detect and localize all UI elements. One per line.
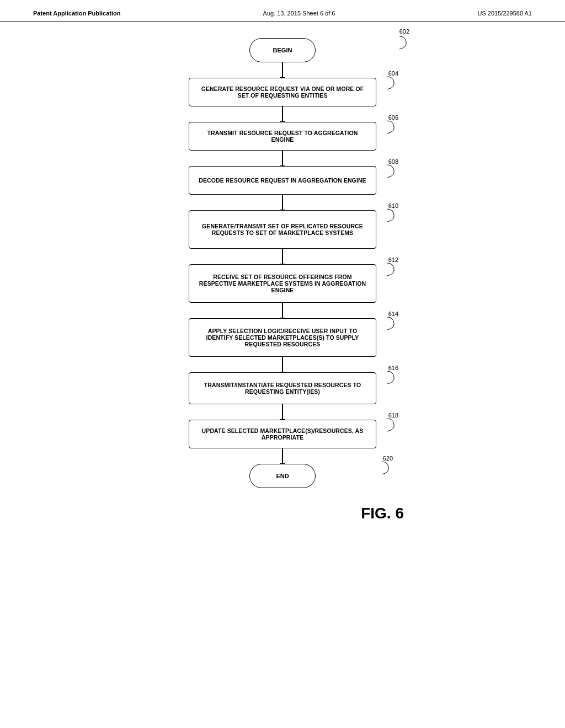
- ref-608-curve: [372, 164, 399, 180]
- node-604-label: GENERATE RESOURCE REQUEST VIA ONE OR MOR…: [198, 85, 367, 99]
- fig-label: FIG. 6: [361, 505, 404, 522]
- node-606: TRANSMIT RESOURCE REQUEST TO AGGREGATION…: [189, 122, 376, 151]
- node-616-label: TRANSMIT/INSTANTIATE REQUESTED RESOURCES…: [198, 382, 367, 395]
- ref-618-curve: [372, 417, 399, 434]
- node-604: GENERATE RESOURCE REQUEST VIA ONE OR MOR…: [189, 78, 376, 106]
- ref-616-curve: [372, 370, 399, 387]
- node-614-container: APPLY SELECTION LOGIC/RECEIVE USER INPUT…: [161, 318, 404, 372]
- node-618-label: UPDATE SELECTED MARKETPLACE(S)/RESOURCES…: [198, 427, 367, 441]
- node-604-container: GENERATE RESOURCE REQUEST VIA ONE OR MOR…: [161, 78, 404, 122]
- node-618: UPDATE SELECTED MARKETPLACE(S)/RESOURCES…: [189, 420, 376, 448]
- ref-620-curve: [366, 461, 394, 480]
- ref-604-curve: [372, 76, 399, 92]
- arrow-612-to-614: [282, 303, 283, 318]
- node-616: TRANSMIT/INSTANTIATE REQUESTED RESOURCES…: [189, 372, 376, 404]
- arrow-begin-to-604: [282, 62, 283, 78]
- node-612: RECEIVE SET OF RESOURCE OFFERINGS FROM R…: [189, 264, 376, 303]
- node-608-label: DECODE RESOURCE REQUEST IN AGGREGATION E…: [199, 177, 366, 184]
- begin-node: BEGIN: [249, 38, 316, 62]
- arrow-616-to-618: [282, 404, 283, 420]
- flowchart: BEGIN 602 GENERATE RESOURCE REQUEST VIA …: [0, 22, 565, 522]
- ref-612-curve: [372, 262, 399, 279]
- node-608: DECODE RESOURCE REQUEST IN AGGREGATION E…: [189, 166, 376, 195]
- arrow-606-to-608: [282, 151, 283, 166]
- node-606-container: TRANSMIT RESOURCE REQUEST TO AGGREGATION…: [161, 122, 404, 166]
- node-610-container: GENERATE/TRANSMIT SET OF REPLICATED RESO…: [161, 210, 404, 264]
- end-label: END: [276, 473, 289, 479]
- arrow-618-to-end: [282, 448, 283, 464]
- ref-614-curve: [372, 316, 399, 333]
- end-node: END: [249, 464, 316, 488]
- arrow-610-to-612: [282, 249, 283, 264]
- end-node-container: END 620: [189, 464, 376, 488]
- ref-606-curve: [372, 120, 399, 136]
- arrow-608-to-610: [282, 195, 283, 210]
- begin-node-container: BEGIN 602: [189, 38, 376, 78]
- node-616-container: TRANSMIT/INSTANTIATE REQUESTED RESOURCES…: [161, 372, 404, 420]
- node-614-label: APPLY SELECTION LOGIC/RECEIVE USER INPUT…: [198, 328, 367, 347]
- arrow-604-to-606: [282, 106, 283, 122]
- node-618-container: UPDATE SELECTED MARKETPLACE(S)/RESOURCES…: [161, 420, 404, 464]
- ref-610-curve: [372, 208, 399, 224]
- begin-label: BEGIN: [273, 47, 292, 53]
- header-center: Aug. 13, 2015 Sheet 6 of 6: [263, 10, 335, 17]
- header-right: US 2015/229580 A1: [478, 10, 532, 17]
- node-612-container: RECEIVE SET OF RESOURCE OFFERINGS FROM R…: [161, 264, 404, 318]
- page: Patent Application Publication Aug. 13, …: [0, 0, 565, 728]
- node-614: APPLY SELECTION LOGIC/RECEIVE USER INPUT…: [189, 318, 376, 357]
- header: Patent Application Publication Aug. 13, …: [0, 0, 565, 22]
- node-608-container: DECODE RESOURCE REQUEST IN AGGREGATION E…: [161, 166, 404, 210]
- node-606-label: TRANSMIT RESOURCE REQUEST TO AGGREGATION…: [198, 130, 367, 143]
- node-612-label: RECEIVE SET OF RESOURCE OFFERINGS FROM R…: [198, 274, 367, 293]
- header-left: Patent Application Publication: [33, 10, 121, 17]
- node-610-label: GENERATE/TRANSMIT SET OF REPLICATED RESO…: [198, 223, 367, 236]
- arrow-614-to-616: [282, 357, 283, 372]
- node-610: GENERATE/TRANSMIT SET OF REPLICATED RESO…: [189, 210, 376, 249]
- ref-602-curve: [383, 34, 411, 53]
